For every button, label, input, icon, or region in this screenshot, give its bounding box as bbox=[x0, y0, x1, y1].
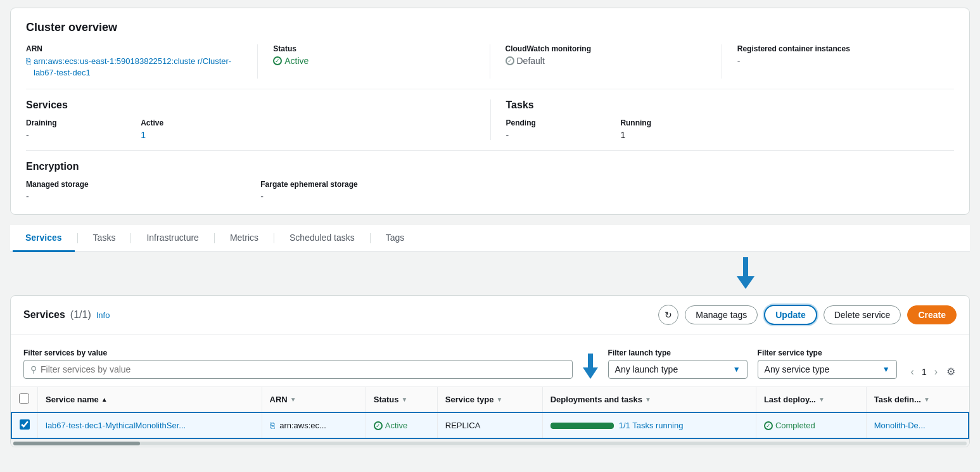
delete-service-button[interactable]: Delete service bbox=[824, 305, 901, 324]
th-arn: ARN ▼ bbox=[262, 387, 366, 412]
registered-label: Registered container instances bbox=[737, 44, 939, 53]
registered-value: - bbox=[737, 56, 741, 66]
filter-row: Filter services by value ⚲ Filter launch… bbox=[11, 335, 969, 387]
default-circle-icon bbox=[506, 56, 514, 65]
tab-divider-2 bbox=[130, 233, 131, 243]
fargate-storage-metric: Fargate ephemeral storage - bbox=[260, 180, 485, 201]
task-def-link[interactable]: Monolith-De... bbox=[874, 421, 926, 430]
launch-type-arrow-icon: ▼ bbox=[733, 365, 741, 374]
row-last-deploy-cell: Completed bbox=[756, 412, 866, 438]
arn-col-label: ARN bbox=[270, 395, 288, 404]
deployments-sort-icon: ▼ bbox=[645, 396, 651, 403]
service-type-select[interactable]: Any service type ▼ bbox=[758, 360, 897, 379]
arn-link[interactable]: ⎘ arn:aws:ecs:us-east-1:590183822512:clu… bbox=[26, 56, 242, 79]
services-section-heading: Services bbox=[26, 99, 475, 111]
service-name-sort[interactable]: Service name ▲ bbox=[46, 395, 108, 404]
tasks-section-heading: Tasks bbox=[506, 99, 955, 111]
table-row: lab67-test-dec1-MythicalMonolithSer... ⎘… bbox=[11, 412, 969, 438]
deployments-progress: 1/1 Tasks running bbox=[550, 421, 748, 430]
task-def-sort-icon: ▼ bbox=[924, 396, 930, 403]
create-button[interactable]: Create bbox=[907, 305, 957, 324]
launch-type-select[interactable]: Any launch type ▼ bbox=[608, 360, 748, 379]
managed-storage-value: - bbox=[26, 191, 250, 201]
services-info-link[interactable]: Info bbox=[96, 310, 110, 320]
registered-col: Registered container instances - bbox=[722, 44, 954, 79]
tab-tasks[interactable]: Tasks bbox=[80, 225, 129, 252]
row-status-dot-icon bbox=[374, 421, 383, 430]
status-sort[interactable]: Status ▼ bbox=[374, 395, 408, 404]
cluster-overview-title: Cluster overview bbox=[26, 21, 954, 34]
manage-tags-button[interactable]: Manage tags bbox=[685, 305, 758, 324]
arn-label: ARN bbox=[26, 44, 242, 53]
row-status: Active bbox=[374, 421, 430, 430]
tab-infrastructure[interactable]: Infrastructure bbox=[134, 225, 211, 252]
table-settings-button[interactable]: ⚙ bbox=[945, 364, 957, 379]
tab-scheduled-tasks[interactable]: Scheduled tasks bbox=[277, 225, 367, 252]
service-type-sort-icon: ▼ bbox=[496, 396, 502, 403]
table-header: Service name ▲ ARN ▼ Sta bbox=[11, 387, 969, 412]
th-status: Status ▼ bbox=[366, 387, 437, 412]
row-copy-icon: ⎘ bbox=[270, 421, 275, 430]
refresh-button[interactable]: ↻ bbox=[658, 305, 678, 325]
active-value: 1 bbox=[141, 130, 245, 140]
th-last-deploy: Last deploy... ▼ bbox=[756, 387, 866, 412]
arn-sort[interactable]: ARN ▼ bbox=[270, 395, 296, 404]
pending-value: - bbox=[506, 130, 611, 140]
running-metric: Running 1 bbox=[620, 118, 725, 140]
services-metrics-grid: Draining - Active 1 bbox=[26, 118, 475, 140]
last-deploy-status: Completed bbox=[764, 421, 858, 430]
row-service-type-value: REPLICA bbox=[445, 421, 481, 430]
services-count: (1/1) bbox=[70, 309, 91, 321]
deployments-col-label: Deployments and tasks bbox=[550, 395, 642, 404]
cloudwatch-label: CloudWatch monitoring bbox=[506, 44, 706, 53]
filter-arrow-head bbox=[583, 367, 598, 379]
services-panel-header: Services (1/1) Info ↻ Manage tags Update… bbox=[11, 296, 969, 335]
tasks-metrics-section: Tasks Pending - Running 1 bbox=[490, 99, 955, 140]
search-input-wrapper[interactable]: ⚲ bbox=[23, 360, 573, 379]
last-deploy-sort[interactable]: Last deploy... ▼ bbox=[764, 395, 825, 404]
deployments-sort[interactable]: Deployments and tasks ▼ bbox=[550, 395, 651, 404]
sort-up-icon: ▲ bbox=[101, 396, 108, 403]
tab-metrics[interactable]: Metrics bbox=[217, 225, 271, 252]
scrollbar-track bbox=[13, 442, 967, 445]
th-service-name: Service name ▲ bbox=[38, 387, 262, 412]
progress-bar bbox=[550, 423, 614, 429]
active-label: Active bbox=[141, 118, 245, 127]
tab-services[interactable]: Services bbox=[13, 225, 75, 252]
next-page-button[interactable]: › bbox=[931, 365, 941, 379]
task-def-sort[interactable]: Task defin... ▼ bbox=[874, 395, 930, 404]
select-all-checkbox[interactable] bbox=[19, 393, 29, 404]
cloudwatch-col: CloudWatch monitoring Default bbox=[490, 44, 722, 79]
encryption-heading: Encryption bbox=[26, 161, 954, 172]
status-col: Status Active bbox=[258, 44, 490, 79]
status-value: Active bbox=[284, 56, 309, 66]
arrow-head bbox=[737, 276, 754, 289]
tab-tags[interactable]: Tags bbox=[373, 225, 417, 252]
prev-page-button[interactable]: ‹ bbox=[907, 365, 918, 379]
scrollbar-thumb[interactable] bbox=[13, 442, 140, 445]
launch-type-value: Any launch type bbox=[615, 364, 678, 374]
copy-icon: ⎘ bbox=[26, 56, 31, 66]
refresh-icon: ↻ bbox=[665, 310, 672, 320]
services-table: Service name ▲ ARN ▼ Sta bbox=[11, 387, 969, 439]
encryption-section: Encryption Managed storage - Fargate eph… bbox=[26, 161, 954, 201]
service-type-sort[interactable]: Service type ▼ bbox=[445, 395, 503, 404]
pending-metric: Pending - bbox=[506, 118, 611, 140]
tab-divider-1 bbox=[77, 233, 78, 243]
search-input[interactable] bbox=[41, 364, 566, 374]
service-name-link[interactable]: lab67-test-dec1-MythicalMonolithSer... bbox=[46, 421, 186, 430]
table-body: lab67-test-dec1-MythicalMonolithSer... ⎘… bbox=[11, 412, 969, 438]
services-metrics-section: Services Draining - Active 1 bbox=[26, 99, 490, 140]
update-button[interactable]: Update bbox=[764, 305, 817, 325]
service-type-col-label: Service type bbox=[445, 395, 494, 404]
services-panel: Services (1/1) Info ↻ Manage tags Update… bbox=[10, 295, 970, 447]
horizontal-scrollbar[interactable] bbox=[11, 439, 969, 447]
fargate-storage-label: Fargate ephemeral storage bbox=[260, 180, 485, 189]
tab-divider-5 bbox=[370, 233, 371, 243]
last-deploy-value: Completed bbox=[775, 421, 815, 430]
launch-type-filter-group: Filter launch type Any launch type ▼ bbox=[608, 348, 748, 379]
service-type-label: Filter service type bbox=[758, 348, 897, 357]
row-checkbox[interactable] bbox=[20, 419, 30, 430]
pending-label: Pending bbox=[506, 118, 611, 127]
tasks-metrics-grid: Pending - Running 1 bbox=[506, 118, 955, 140]
